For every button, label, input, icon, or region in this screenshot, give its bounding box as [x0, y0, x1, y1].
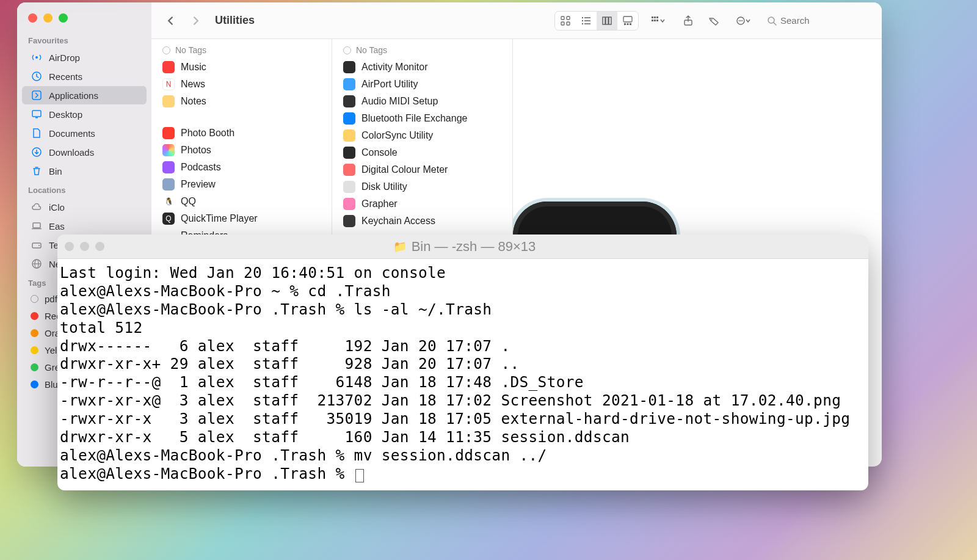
- tags-button[interactable]: [703, 12, 724, 30]
- file-item[interactable]: Digital Colour Meter: [332, 161, 512, 178]
- file-label: Bluetooth File Exchange: [361, 113, 467, 124]
- minimize-button[interactable]: [80, 242, 89, 251]
- file-label: Photos: [181, 145, 211, 156]
- cursor: [355, 469, 364, 482]
- app-icon: [343, 181, 355, 193]
- share-button[interactable]: [678, 12, 699, 30]
- file-item[interactable]: AirPort Utility: [332, 76, 512, 93]
- file-item[interactable]: Preview: [151, 176, 332, 193]
- desktop-icon: [31, 108, 43, 120]
- svg-rect-24: [606, 17, 608, 24]
- close-button[interactable]: [65, 242, 74, 251]
- disk-icon: [31, 239, 43, 251]
- svg-rect-34: [654, 20, 656, 21]
- sidebar-item-label: Bin: [49, 166, 62, 176]
- sidebar-item-label: Applications: [49, 90, 98, 101]
- zoom-button[interactable]: [95, 242, 104, 251]
- app-icon: [343, 129, 355, 142]
- zoom-button[interactable]: [59, 13, 68, 23]
- svg-rect-31: [654, 16, 656, 18]
- svg-rect-23: [603, 17, 605, 24]
- sidebar-item-bin[interactable]: Bin: [22, 162, 147, 180]
- file-label: ColorSync Utility: [361, 130, 433, 141]
- file-item[interactable]: Keychain Access: [332, 213, 512, 230]
- svg-rect-28: [627, 23, 629, 25]
- sidebar-item-documents[interactable]: Documents: [22, 124, 147, 142]
- sidebar-head-favourites: Favourites: [17, 31, 151, 48]
- back-button[interactable]: [160, 12, 181, 30]
- file-label: Notes: [181, 96, 206, 107]
- app-icon: [343, 198, 355, 210]
- app-icon: [162, 161, 175, 173]
- app-icon: [162, 61, 175, 73]
- terminal-title: 📁 Bin — -zsh — 89×13: [111, 239, 818, 255]
- file-item[interactable]: Music: [151, 59, 332, 76]
- file-label: AirPort Utility: [361, 79, 418, 90]
- svg-rect-25: [609, 17, 611, 24]
- view-gallery-button[interactable]: [617, 12, 638, 30]
- file-item[interactable]: Notes: [151, 93, 332, 110]
- terminal-content[interactable]: Last login: Wed Jan 20 16:40:51 on conso…: [57, 259, 868, 490]
- view-icons-button[interactable]: [555, 12, 576, 30]
- no-tags-header: No Tags: [151, 39, 332, 59]
- search-input[interactable]: [780, 15, 866, 26]
- app-icon: [162, 95, 175, 107]
- svg-point-21: [582, 23, 583, 24]
- close-button[interactable]: [28, 13, 37, 23]
- file-item[interactable]: ColorSync Utility: [332, 127, 512, 144]
- file-item[interactable]: Grapher: [332, 195, 512, 213]
- doc-icon: [31, 127, 43, 139]
- file-item[interactable]: QQuickTime Player: [151, 210, 332, 227]
- sidebar-item-recents[interactable]: Recents: [22, 67, 147, 85]
- svg-rect-26: [623, 16, 632, 22]
- file-item[interactable]: Bluetooth File Exchange: [332, 110, 512, 127]
- tag-dot-icon: [31, 329, 38, 337]
- app-icon: 🐧: [162, 195, 175, 208]
- search-icon: [767, 16, 777, 26]
- actions-button[interactable]: [729, 12, 758, 30]
- app-icon: [31, 89, 43, 101]
- no-tags-header: No Tags: [332, 39, 512, 59]
- svg-rect-30: [652, 16, 653, 18]
- app-icon: [343, 112, 355, 125]
- view-list-button[interactable]: [576, 12, 597, 30]
- file-label: Digital Colour Meter: [361, 164, 448, 175]
- sidebar-item-desktop[interactable]: Desktop: [22, 105, 147, 123]
- svg-rect-35: [656, 20, 658, 21]
- sidebar-item-iclo[interactable]: iClo: [22, 198, 147, 216]
- sidebar-item-applications[interactable]: Applications: [22, 86, 147, 104]
- svg-point-37: [711, 19, 713, 20]
- app-icon: [343, 147, 355, 159]
- svg-rect-27: [624, 23, 626, 25]
- file-item[interactable]: Disk Utility: [332, 178, 512, 195]
- svg-rect-15: [561, 22, 564, 25]
- view-columns-button[interactable]: [597, 12, 617, 30]
- file-item[interactable]: Audio MIDI Setup: [332, 93, 512, 110]
- minimize-button[interactable]: [43, 13, 53, 23]
- file-item[interactable]: 🐧QQ: [151, 193, 332, 210]
- svg-rect-32: [656, 16, 658, 18]
- app-icon: [343, 95, 355, 107]
- app-icon: [343, 61, 355, 73]
- sidebar-item-downloads[interactable]: Downloads: [22, 143, 147, 161]
- app-icon: [343, 215, 355, 227]
- search-box[interactable]: [763, 13, 873, 28]
- app-icon: [162, 144, 175, 156]
- file-label: Grapher: [361, 198, 398, 209]
- sidebar-item-label: Downloads: [49, 147, 94, 158]
- file-item[interactable]: NNews: [151, 76, 332, 93]
- sidebar-item-eas[interactable]: Eas: [22, 217, 147, 235]
- file-item[interactable]: Activity Monitor: [332, 59, 512, 76]
- file-item[interactable]: Photo Booth: [151, 125, 332, 142]
- svg-rect-18: [584, 17, 590, 18]
- svg-rect-2: [32, 91, 41, 100]
- svg-rect-4: [35, 117, 38, 118]
- sidebar-item-label: AirDrop: [49, 53, 80, 63]
- group-by-button[interactable]: [644, 12, 673, 30]
- file-item[interactable]: Console: [332, 144, 512, 161]
- file-item[interactable]: Photos: [151, 142, 332, 159]
- file-item[interactable]: Podcasts: [151, 159, 332, 176]
- forward-button[interactable]: [186, 12, 206, 30]
- svg-point-39: [739, 20, 740, 21]
- sidebar-item-airdrop[interactable]: AirDrop: [22, 48, 147, 67]
